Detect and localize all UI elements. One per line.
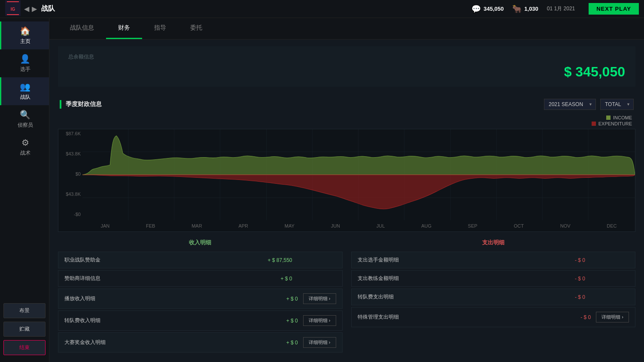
type-select[interactable]: TOTAL: [600, 99, 634, 110]
legend-expenditure: EXPENDITURE: [592, 121, 632, 126]
month-aug: AUG: [421, 223, 431, 228]
expense-row-2: 转队费支出明细 - $ 0: [351, 289, 636, 305]
income-row-2: 播放收入明细 + $ 0 详细明细 ›: [58, 289, 343, 309]
topbar-team-name: 战队: [41, 4, 55, 13]
summary-amount: $ 345,050: [68, 64, 625, 80]
month-oct: OCT: [514, 223, 524, 228]
sidebar-item-team[interactable]: 👥 战队: [0, 77, 49, 105]
income-row-0: 职业战队赞助金 + $ 87,550: [58, 252, 343, 268]
season-select[interactable]: 2021 SEASON: [544, 99, 596, 110]
month-jan: JAN: [100, 223, 109, 228]
expense-value-1: - $ 0: [551, 276, 585, 282]
expense-label-3: 特殊管理支出明细: [358, 313, 557, 321]
topbar: IG ◀ ▶ 战队 💬 345,050 🐂 1,030 01 1月 2021 N…: [0, 0, 644, 18]
points-icon: 🐂: [512, 4, 522, 14]
month-jul: JUL: [377, 223, 385, 228]
y-label-0: $87.6K: [58, 131, 81, 136]
sidebar-item-home[interactable]: 🏠 主页: [0, 21, 49, 49]
month-dec: DEC: [607, 223, 617, 228]
month-apr: APR: [238, 223, 248, 228]
income-row-1: 赞助商详细信息 + $ 0: [58, 270, 343, 287]
y-label-4: -$0: [58, 212, 81, 217]
expense-value-3: - $ 0: [556, 314, 591, 320]
income-value-3: + $ 0: [264, 318, 298, 324]
nav-forward-arrow[interactable]: ▶: [32, 5, 37, 13]
svg-rect-3: [7, 14, 19, 15]
stat-points: 🐂 1,030: [512, 4, 538, 14]
y-label-2: $0: [58, 171, 81, 176]
end-button[interactable]: 结束: [3, 340, 46, 355]
svg-text:IG: IG: [11, 7, 15, 12]
income-row-4: 大赛奖金收入明细 + $ 0 详细明细 ›: [58, 332, 343, 353]
legend-expenditure-label: EXPENDITURE: [598, 121, 632, 126]
expense-row-1: 支出教练金额明细 - $ 0: [351, 270, 636, 287]
tab-commission[interactable]: 委托: [178, 18, 214, 39]
month-jun: JUN: [331, 223, 340, 228]
tabs: 战队信息 财务 指导 委托: [49, 18, 644, 40]
sidebar-label-players: 选手: [20, 66, 30, 73]
money-icon: 💬: [471, 4, 481, 14]
chart-title: 季度财政信息: [66, 100, 540, 108]
expense-value-2: - $ 0: [551, 294, 585, 300]
chart-selects: 2021 SEASON TOTAL: [544, 99, 634, 110]
sidebar-item-scouts[interactable]: 🔍 侦察员: [0, 105, 49, 133]
income-value-4: + $ 0: [264, 340, 298, 346]
chart-x-labels: JAN FEB MAR APR MAY JUN JUL AUG SEP OCT …: [82, 220, 635, 231]
income-detail-btn-4[interactable]: 详细明细 ›: [303, 337, 336, 348]
sidebar-item-tactics[interactable]: ⚙ 战术: [0, 133, 49, 161]
income-detail-btn-3[interactable]: 详细明细 ›: [303, 315, 336, 326]
expense-detail-btn-3[interactable]: 详细明细 ›: [596, 312, 629, 322]
tactics-icon: ⚙: [21, 137, 29, 148]
tab-team-info[interactable]: 战队信息: [58, 18, 106, 39]
expense-row-0: 支出选手金额明细 - $ 0: [351, 252, 636, 268]
expenditure-dot: [592, 122, 596, 126]
expense-section-title: 支出明细: [351, 237, 636, 248]
stat-money: 💬 345,050: [471, 4, 504, 14]
tab-finance[interactable]: 财务: [106, 18, 142, 39]
legend-income-label: INCOME: [613, 115, 632, 120]
save-button[interactable]: 贮藏: [3, 322, 46, 337]
chart-section: 季度财政信息 2021 SEASON TOTAL: [58, 94, 635, 232]
nav-back-arrow[interactable]: ◀: [24, 5, 29, 13]
income-detail-btn-2[interactable]: 详细明细 ›: [303, 293, 336, 304]
month-mar: MAR: [191, 223, 202, 228]
income-label-0: 职业战队赞助金: [64, 256, 258, 264]
financial-details: 收入明细 职业战队赞助金 + $ 87,550 赞助商详细信息 + $ 0 播放…: [58, 237, 635, 354]
team-logo: IG: [5, 0, 21, 17]
topbar-stats: 💬 345,050 🐂 1,030 01 1月 2021 NEXT PLAY: [471, 3, 639, 15]
chart-legend: INCOME EXPENDITURE: [58, 115, 635, 126]
income-row-3: 转队费收入明细 + $ 0 详细明细 ›: [58, 310, 343, 331]
expense-label-2: 转队费支出明细: [358, 293, 551, 301]
svg-rect-2: [7, 1, 19, 2]
income-section-title: 收入明细: [58, 237, 343, 248]
income-column: 收入明细 职业战队赞助金 + $ 87,550 赞助商详细信息 + $ 0 播放…: [58, 237, 343, 354]
month-nov: NOV: [560, 223, 571, 228]
income-value-1: + $ 0: [258, 276, 292, 282]
month-sep: SEP: [468, 223, 477, 228]
main-layout: 🏠 主页 👤 选手 👥 战队 🔍 侦察员 ⚙ 战术 布景 贮藏 结束: [0, 18, 644, 362]
y-label-1: $43.8K: [58, 151, 81, 156]
background-button[interactable]: 布景: [3, 303, 46, 318]
sidebar-label-home: 主页: [20, 38, 30, 45]
sidebar-item-players[interactable]: 👤 选手: [0, 49, 49, 77]
month-may: MAY: [285, 223, 295, 228]
sidebar-label-scouts: 侦察员: [18, 122, 33, 129]
summary-label: 总余额信息: [68, 53, 625, 61]
expense-label-0: 支出选手金额明细: [358, 256, 551, 264]
tab-coaching[interactable]: 指导: [142, 18, 178, 39]
month-feb: FEB: [146, 223, 155, 228]
points-value: 1,030: [524, 6, 538, 12]
chart-title-bar: [60, 100, 61, 109]
nav-arrows: ◀ ▶: [24, 5, 37, 13]
team-icon: 👥: [20, 82, 30, 92]
income-label-3: 转队费收入明细: [64, 317, 264, 324]
main-content: 战队信息 财务 指导 委托 总余额信息 $ 345,050 季度财政信息: [49, 18, 644, 362]
sidebar: 🏠 主页 👤 选手 👥 战队 🔍 侦察员 ⚙ 战术 布景 贮藏 结束: [0, 18, 49, 362]
y-label-3: $43.8K: [58, 192, 81, 197]
income-label-1: 赞助商详细信息: [64, 275, 258, 282]
legend-income: INCOME: [606, 115, 632, 120]
expense-value-0: - $ 0: [551, 257, 585, 263]
next-play-button[interactable]: NEXT PLAY: [589, 3, 639, 15]
income-label-2: 播放收入明细: [64, 295, 264, 302]
sidebar-label-tactics: 战术: [20, 149, 30, 157]
